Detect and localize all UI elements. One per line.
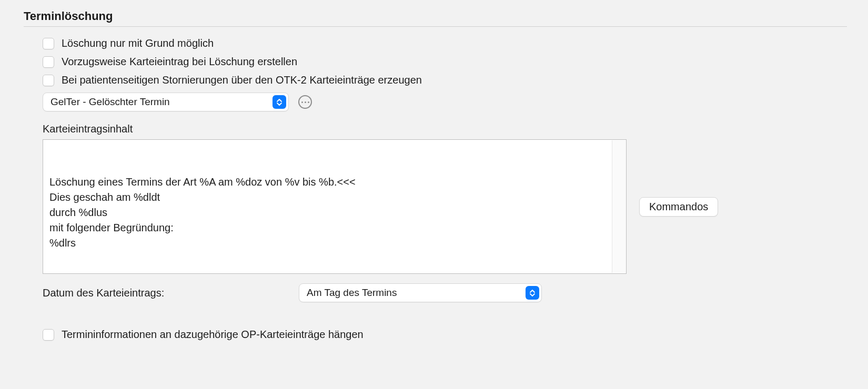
type-select-value: GelTer - Gelöschter Termin	[51, 96, 170, 108]
scrollbar[interactable]	[612, 140, 625, 273]
checkbox-label-otk2: Bei patientenseitigen Stornierungen über…	[62, 74, 422, 86]
checkbox-op-append[interactable]	[43, 329, 54, 341]
commands-button[interactable]: Kommandos	[639, 197, 718, 217]
date-entry-value: Am Tag des Termins	[307, 287, 397, 299]
checkbox-otk2[interactable]	[43, 75, 54, 86]
type-select[interactable]: GelTer - Gelöschter Termin	[43, 93, 289, 111]
checkbox-label-reason-required: Löschung nur mit Grund möglich	[62, 37, 214, 49]
section-title: Terminlöschung	[24, 9, 847, 27]
checkbox-prefer-entry[interactable]	[43, 56, 54, 68]
checkbox-reason-required[interactable]	[43, 38, 54, 49]
more-options-icon[interactable]	[298, 95, 312, 109]
content-text: Löschung eines Termins der Art %A am %do…	[49, 175, 620, 251]
checkbox-label-prefer-entry: Vorzugsweise Karteieintrag bei Löschung …	[62, 56, 297, 68]
content-textarea[interactable]: Löschung eines Termins der Art %A am %do…	[43, 139, 627, 274]
chevron-up-down-icon	[526, 286, 539, 300]
checkbox-row-op-append[interactable]: Termininformationen an dazugehörige OP-K…	[43, 329, 847, 341]
chevron-up-down-icon	[272, 95, 286, 109]
checkbox-label-op-append: Termininformationen an dazugehörige OP-K…	[62, 329, 364, 341]
checkbox-row-prefer-entry[interactable]: Vorzugsweise Karteieintrag bei Löschung …	[43, 56, 847, 68]
checkbox-row-reason-required[interactable]: Löschung nur mit Grund möglich	[43, 37, 847, 49]
date-entry-select[interactable]: Am Tag des Termins	[299, 283, 542, 302]
checkbox-row-otk2[interactable]: Bei patientenseitigen Stornierungen über…	[43, 74, 847, 86]
content-label: Karteieintragsinhalt	[43, 123, 847, 135]
